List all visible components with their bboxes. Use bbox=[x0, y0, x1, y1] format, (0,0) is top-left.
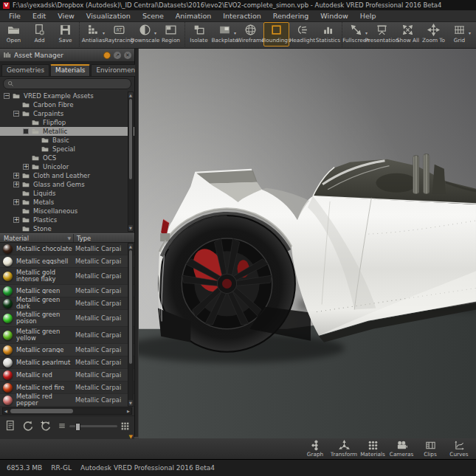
scroll-right-arrow[interactable]: ▶ bbox=[125, 408, 131, 414]
close-button[interactable]: ✕ bbox=[124, 52, 131, 59]
undock-button[interactable]: ↗ bbox=[114, 52, 121, 59]
tree-item-plastics[interactable]: +Plastics bbox=[0, 215, 134, 224]
isolate-button[interactable]: Isolate bbox=[186, 22, 212, 46]
refresh-all-button[interactable] bbox=[40, 420, 52, 432]
panel-collapse-arrow[interactable]: ▼ bbox=[129, 434, 133, 440]
tree-scrollbar-thumb[interactable] bbox=[129, 99, 132, 179]
grid-button[interactable]: ▾Grid bbox=[446, 22, 472, 46]
dropdown-arrow-icon[interactable]: ▾ bbox=[469, 30, 471, 35]
tree-item-flipflop[interactable]: Flipflop bbox=[0, 118, 134, 127]
menu-file[interactable]: File bbox=[3, 11, 27, 21]
tree-item-stone[interactable]: Stone bbox=[0, 224, 134, 233]
column-type[interactable]: Type bbox=[74, 235, 134, 242]
tree-item-vred-example-assets[interactable]: −VRED Example Assets bbox=[0, 92, 134, 100]
expander-icon[interactable]: − bbox=[13, 111, 19, 117]
expander-icon[interactable]: + bbox=[23, 164, 29, 170]
downscale-button[interactable]: ▾Downscale bbox=[132, 22, 158, 46]
expander-icon[interactable]: − bbox=[4, 93, 10, 99]
zoom-to-button[interactable]: Zoom To bbox=[421, 22, 446, 46]
open-button[interactable]: Open bbox=[1, 22, 27, 46]
dropdown-arrow-icon[interactable]: ▾ bbox=[234, 30, 236, 35]
region-button[interactable]: Region bbox=[158, 22, 184, 46]
material-row-metallic-gold-intense-flaky[interactable]: Metallic gold intense flakyMetallic Carp… bbox=[0, 268, 134, 285]
dropdown-arrow-icon[interactable]: ▾ bbox=[154, 30, 156, 35]
scroll-down-arrow[interactable]: ▼ bbox=[128, 225, 133, 231]
menu-scene[interactable]: Scene bbox=[137, 11, 170, 21]
table-scrollbar[interactable]: ▲ ▼ bbox=[128, 243, 134, 407]
menu-edit[interactable]: Edit bbox=[27, 11, 52, 21]
material-row-metallic-red[interactable]: Metallic redMetallic Carpaint bbox=[0, 369, 134, 382]
boundings-button[interactable]: Boundings bbox=[263, 22, 289, 46]
material-row-metallic-green[interactable]: Metallic greenMetallic Carpaint bbox=[0, 285, 134, 297]
statistics-button[interactable]: Statistics bbox=[315, 22, 341, 46]
scroll-up-arrow[interactable]: ▲ bbox=[128, 92, 133, 98]
show-all-button[interactable]: Show All bbox=[395, 22, 421, 46]
pin-badge[interactable] bbox=[103, 52, 111, 59]
horizontal-scrollbar[interactable]: ◀ ▶ bbox=[2, 407, 132, 415]
tree-item-liquids[interactable]: Liquids bbox=[0, 189, 134, 198]
tree-scrollbar[interactable]: ▲ ▼ bbox=[128, 92, 134, 232]
material-row-metallic-eggshell[interactable]: Metallic eggshellMetallic Carpaint bbox=[0, 255, 134, 268]
hscrollbar-thumb[interactable] bbox=[10, 409, 73, 413]
scroll-left-arrow[interactable]: ◀ bbox=[3, 408, 9, 414]
table-scrollbar-thumb[interactable] bbox=[129, 250, 132, 364]
menu-view[interactable]: View bbox=[52, 11, 80, 21]
slider-handle[interactable] bbox=[75, 423, 80, 431]
menu-help[interactable]: Help bbox=[354, 11, 382, 21]
material-row-metallic-pearlmut[interactable]: Metallic pearlmutMetallic Carpaint bbox=[0, 356, 134, 369]
expander-icon[interactable]: + bbox=[13, 173, 19, 179]
dock-clips-button[interactable]: Clips bbox=[416, 440, 444, 458]
expander-icon[interactable]: + bbox=[13, 182, 19, 187]
backplate-button[interactable]: ▾Backplate bbox=[212, 22, 238, 46]
tree-item-cloth-and-leather[interactable]: +Cloth and Leather bbox=[0, 171, 134, 180]
material-row-metallic-green-poison[interactable]: Metallic green poisonMetallic Carpaint bbox=[0, 310, 134, 327]
dock-materials-button[interactable]: Materials bbox=[359, 440, 387, 458]
material-table-header[interactable]: Material▼ Type bbox=[0, 233, 134, 243]
dock-cameras-button[interactable]: Cameras bbox=[387, 440, 415, 458]
raytracing-button[interactable]: Raytracing bbox=[106, 22, 132, 46]
grid-view-button[interactable] bbox=[120, 421, 130, 431]
presentation-button[interactable]: Presentation bbox=[369, 22, 395, 46]
tree-item-metallic[interactable]: Metallic bbox=[0, 127, 134, 136]
scroll-up-arrow[interactable]: ▲ bbox=[128, 244, 133, 249]
material-row-metallic-green-yellow[interactable]: Metallic green yellowMetallic Carpaint bbox=[0, 327, 134, 344]
menu-interaction[interactable]: Interaction bbox=[217, 11, 267, 21]
save-button[interactable]: Save bbox=[52, 22, 78, 46]
tree-item-metals[interactable]: +Metals bbox=[0, 198, 134, 207]
tab-geometries[interactable]: Geometries bbox=[1, 64, 49, 76]
expander-icon[interactable]: + bbox=[13, 217, 19, 223]
add-button[interactable]: Add bbox=[27, 22, 52, 46]
column-material[interactable]: Material bbox=[4, 235, 29, 242]
tree-item-basic[interactable]: Basic bbox=[0, 136, 134, 145]
title-bar[interactable]: V F:\as\yexadsk\Dropbox (Autodesk)\_ID C… bbox=[0, 0, 476, 10]
tree-item-unicolor[interactable]: +Unicolor bbox=[0, 162, 134, 171]
menu-rendering[interactable]: Rendering bbox=[267, 11, 315, 21]
headlight-button[interactable]: Headlight bbox=[289, 22, 315, 46]
tab-materials[interactable]: Materials bbox=[50, 64, 90, 76]
menu-animation[interactable]: Animation bbox=[170, 11, 217, 21]
tree-item-glass-and-gems[interactable]: +Glass and Gems bbox=[0, 180, 134, 189]
expander-icon[interactable]: + bbox=[13, 199, 19, 205]
tree-item-ocs[interactable]: OCS bbox=[0, 154, 134, 162]
material-row-metallic-orange[interactable]: Metallic orangeMetallic Carpaint bbox=[0, 344, 134, 356]
tree-item-carbon-fibre[interactable]: Carbon Fibre bbox=[0, 100, 134, 109]
viewport-3d[interactable] bbox=[139, 49, 476, 437]
expander-icon[interactable] bbox=[23, 128, 29, 134]
dropdown-arrow-icon[interactable]: ▾ bbox=[103, 30, 105, 35]
search-input[interactable] bbox=[16, 80, 127, 88]
list-view-button[interactable] bbox=[58, 421, 66, 430]
dock-curves-button[interactable]: Curves bbox=[445, 440, 473, 458]
dropdown-arrow-icon[interactable]: ▾ bbox=[365, 30, 368, 35]
material-row-metallic-green-dark[interactable]: Metallic green darkMetallic Carpaint bbox=[0, 297, 134, 310]
dock-graph-button[interactable]: Graph bbox=[301, 440, 329, 458]
scroll-down-arrow[interactable]: ▼ bbox=[128, 400, 133, 406]
dock-transform-button[interactable]: Transform bbox=[330, 440, 358, 458]
asset-manager-header[interactable]: Asset Manager ↗ ✕ bbox=[0, 49, 134, 62]
search-box[interactable] bbox=[3, 78, 131, 89]
tree-item-special[interactable]: Special bbox=[0, 145, 134, 154]
wireframe-button[interactable]: Wireframe bbox=[238, 22, 263, 46]
new-material-button[interactable] bbox=[4, 420, 16, 432]
material-row-metallic-chocolate[interactable]: Metallic chocolateMetallic Carpaint bbox=[0, 243, 134, 255]
tree-item-miscellaneous[interactable]: Miscellaneous bbox=[0, 207, 134, 215]
icon-size-slider[interactable] bbox=[69, 425, 117, 427]
